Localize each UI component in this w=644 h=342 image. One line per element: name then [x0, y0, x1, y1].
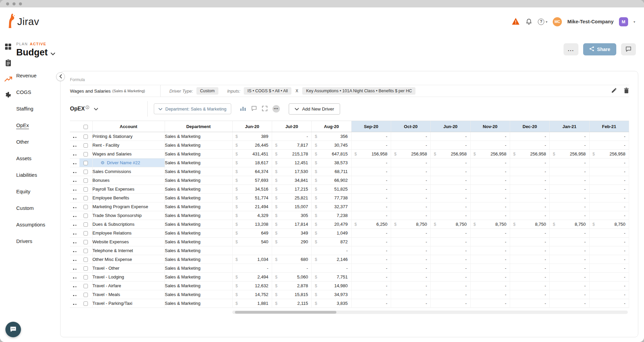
- value-cell[interactable]: -: [431, 202, 470, 211]
- value-cell[interactable]: $17,215: [272, 185, 311, 194]
- value-cell[interactable]: -: [589, 194, 629, 202]
- drag-handle[interactable]: [70, 176, 79, 185]
- value-cell[interactable]: $8,750: [391, 220, 430, 229]
- value-cell[interactable]: -: [391, 194, 430, 202]
- value-cell[interactable]: -: [391, 255, 430, 264]
- account-name-cell[interactable]: Travel - Airfare: [92, 282, 165, 290]
- value-cell[interactable]: $8,750: [550, 220, 589, 229]
- drag-handle[interactable]: [70, 220, 79, 229]
- value-cell[interactable]: $32,377: [312, 202, 351, 211]
- value-cell[interactable]: -: [550, 264, 589, 273]
- sidebar-item-liabilities[interactable]: Liabilities: [16, 171, 60, 179]
- value-cell[interactable]: $256,958: [589, 150, 629, 158]
- jirav-logo[interactable]: Jirav: [5, 14, 39, 30]
- value-cell[interactable]: $8,750: [431, 220, 470, 229]
- value-cell[interactable]: -: [510, 299, 549, 308]
- scrollbar-thumb[interactable]: [235, 311, 336, 314]
- company-avatar[interactable]: MC: [553, 17, 562, 26]
- column-header-department[interactable]: Department: [165, 121, 232, 132]
- value-cell[interactable]: $305: [272, 211, 311, 220]
- account-name-cell[interactable]: Sales Commissions: [92, 167, 165, 176]
- account-name-cell[interactable]: Marketing Program Expense: [92, 202, 165, 211]
- value-cell[interactable]: -: [391, 185, 430, 194]
- sidebar-item-staffing[interactable]: Staffing: [16, 105, 60, 113]
- value-cell[interactable]: -: [470, 229, 510, 238]
- user-avatar[interactable]: M: [619, 17, 628, 26]
- row-checkbox[interactable]: [84, 214, 88, 218]
- drag-handle[interactable]: [70, 150, 79, 158]
- value-cell[interactable]: [232, 246, 272, 255]
- value-cell[interactable]: -: [510, 167, 549, 176]
- value-cell[interactable]: -: [510, 185, 549, 194]
- value-cell[interactable]: -: [431, 290, 470, 299]
- value-cell[interactable]: -: [510, 141, 549, 150]
- help-menu[interactable]: ? ▾: [538, 19, 547, 25]
- value-cell[interactable]: -: [351, 282, 391, 290]
- account-name-cell[interactable]: Travel - Lodging: [92, 273, 165, 282]
- value-cell[interactable]: $540: [232, 238, 272, 246]
- account-name-cell[interactable]: Other Misc Expense: [92, 255, 165, 264]
- window-dot[interactable]: [6, 2, 9, 5]
- value-cell[interactable]: -: [550, 167, 589, 176]
- sidebar-item-cogs[interactable]: COGS: [16, 89, 60, 96]
- row-checkbox[interactable]: [84, 170, 88, 174]
- value-cell[interactable]: -: [470, 132, 510, 141]
- value-cell[interactable]: $34,841: [272, 176, 311, 185]
- value-cell[interactable]: $14,980: [312, 282, 351, 290]
- value-cell[interactable]: -: [510, 290, 549, 299]
- value-cell[interactable]: -: [431, 141, 470, 150]
- value-cell[interactable]: $8,750: [510, 220, 549, 229]
- value-cell[interactable]: -: [470, 255, 510, 264]
- value-cell[interactable]: $14,752: [232, 290, 272, 299]
- value-cell[interactable]: -: [589, 264, 629, 273]
- value-cell[interactable]: -: [431, 264, 470, 273]
- value-cell[interactable]: -: [470, 273, 510, 282]
- value-cell[interactable]: -: [431, 273, 470, 282]
- drag-handle[interactable]: [70, 202, 79, 211]
- account-name-cell[interactable]: Employee Benefits: [92, 194, 165, 202]
- value-cell[interactable]: $349: [272, 229, 311, 238]
- value-cell[interactable]: -: [470, 167, 510, 176]
- value-cell[interactable]: -: [470, 246, 510, 255]
- value-cell[interactable]: -: [470, 211, 510, 220]
- value-cell[interactable]: $68,711: [312, 167, 351, 176]
- value-cell[interactable]: -: [470, 299, 510, 308]
- column-header-jan-21[interactable]: Jan-21: [550, 121, 589, 132]
- value-cell[interactable]: -: [470, 290, 510, 299]
- account-name-cell[interactable]: Travel - Meals: [92, 290, 165, 299]
- value-cell[interactable]: -: [510, 158, 549, 167]
- select-all-checkbox[interactable]: [84, 125, 88, 129]
- sidebar-item-revenue[interactable]: Revenue: [16, 72, 60, 79]
- value-cell[interactable]: -: [232, 264, 272, 273]
- value-cell[interactable]: -: [550, 158, 589, 167]
- value-cell[interactable]: $2,146: [312, 255, 351, 264]
- value-cell[interactable]: -: [351, 141, 391, 150]
- column-header-jul-20[interactable]: Jul-20: [272, 121, 311, 132]
- value-cell[interactable]: $21,494: [232, 202, 272, 211]
- driver-type-value[interactable]: Custom: [196, 87, 218, 95]
- value-cell[interactable]: -: [431, 194, 470, 202]
- column-header-feb-21[interactable]: Feb-21: [589, 121, 629, 132]
- account-name-cell[interactable]: Trade Show Sponsorship: [92, 211, 165, 220]
- row-checkbox[interactable]: [84, 258, 88, 262]
- account-name-cell[interactable]: Telephone & Internet: [92, 246, 165, 255]
- account-name-cell[interactable]: Rent - Facility: [92, 141, 165, 150]
- row-checkbox[interactable]: [84, 187, 88, 192]
- account-name-cell[interactable]: ⚙Driver Name #22: [92, 158, 165, 167]
- row-checkbox[interactable]: [84, 178, 88, 183]
- value-cell[interactable]: $4,329: [232, 211, 272, 220]
- value-cell[interactable]: -: [391, 132, 430, 141]
- value-cell[interactable]: $57,693: [232, 176, 272, 185]
- value-cell[interactable]: -: [391, 211, 430, 220]
- value-cell[interactable]: $77,738: [312, 194, 351, 202]
- value-cell[interactable]: -: [470, 185, 510, 194]
- value-cell[interactable]: $7,751: [312, 273, 351, 282]
- value-cell[interactable]: -: [470, 194, 510, 202]
- add-new-driver-button[interactable]: Add New Driver: [289, 103, 340, 115]
- value-cell[interactable]: -: [391, 299, 430, 308]
- formula-input-1[interactable]: IS • COGS $ • All • All: [244, 87, 291, 95]
- value-cell[interactable]: -: [510, 282, 549, 290]
- value-cell[interactable]: -: [312, 264, 351, 273]
- value-cell[interactable]: -: [391, 282, 430, 290]
- value-cell[interactable]: -: [391, 264, 430, 273]
